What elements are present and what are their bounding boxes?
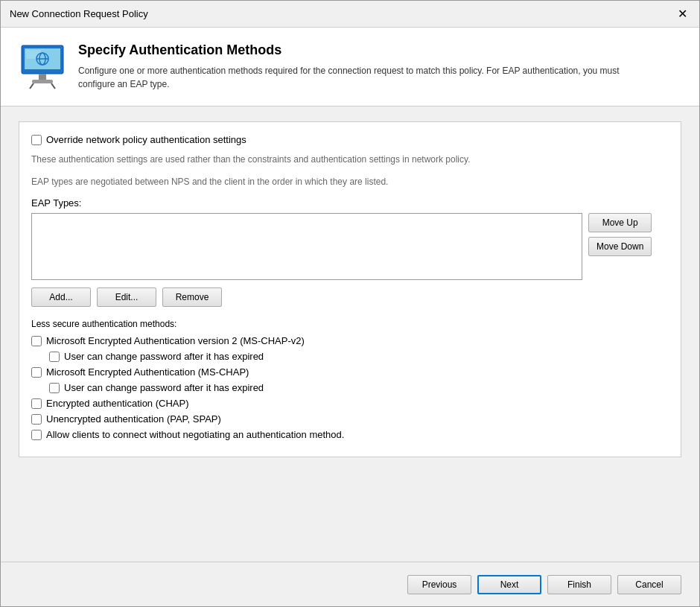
auth-checkbox-2[interactable] <box>31 367 42 378</box>
title-bar: New Connection Request Policy ✕ <box>1 1 699 28</box>
move-up-button[interactable]: Move Up <box>588 213 652 232</box>
window-title: New Connection Request Policy <box>10 8 148 19</box>
override-checkbox[interactable] <box>31 135 42 145</box>
svg-line-6 <box>51 83 55 89</box>
auth-checkbox-row-4: Encrypted authentication (CHAP) <box>31 398 669 409</box>
override-checkbox-label[interactable]: Override network policy authentication s… <box>46 134 246 145</box>
cancel-button[interactable]: Cancel <box>617 575 681 594</box>
auth-checkbox-1[interactable] <box>49 352 60 362</box>
next-button[interactable]: Next <box>477 575 541 594</box>
eap-area: Move Up Move Down <box>31 213 669 280</box>
move-down-button[interactable]: Move Down <box>588 237 652 256</box>
finish-button[interactable]: Finish <box>547 575 611 594</box>
eap-listbox[interactable] <box>31 213 582 280</box>
header-section: Specify Authentication Methods Configure… <box>1 28 699 107</box>
auth-checkbox-3[interactable] <box>49 383 60 393</box>
auth-checkbox-label-3[interactable]: User can change password after it has ex… <box>64 382 264 393</box>
auth-checkbox-label-5[interactable]: Unencrypted authentication (PAP, SPAP) <box>46 413 221 425</box>
auth-checkbox-6[interactable] <box>31 430 42 440</box>
auth-checkbox-label-2[interactable]: Microsoft Encrypted Authentication (MS-C… <box>46 366 249 378</box>
remove-button[interactable]: Remove <box>162 287 222 307</box>
auth-checkbox-row-3: User can change password after it has ex… <box>49 382 669 393</box>
auth-checkbox-row-6: Allow clients to connect without negotia… <box>31 429 669 440</box>
main-content: Override network policy authentication s… <box>1 107 699 562</box>
previous-button[interactable]: Previous <box>407 575 471 594</box>
auth-checkbox-row-1: User can change password after it has ex… <box>49 351 669 362</box>
auth-checkboxes-container: Microsoft Encrypted Authentication versi… <box>31 335 669 440</box>
footer: Previous Next Finish Cancel <box>1 562 699 606</box>
auth-checkbox-label-1[interactable]: User can change password after it has ex… <box>64 351 264 362</box>
edit-button[interactable]: Edit... <box>97 287 156 307</box>
auth-checkbox-label-0[interactable]: Microsoft Encrypted Authentication versi… <box>46 335 305 346</box>
auth-checkbox-row-5: Unencrypted authentication (PAP, SPAP) <box>31 413 669 425</box>
header-icon <box>19 42 66 90</box>
description-text-1: These authentication settings are used r… <box>31 153 669 166</box>
auth-checkbox-row-0: Microsoft Encrypted Authentication versi… <box>31 335 669 346</box>
header-text: Specify Authentication Methods Configure… <box>78 42 637 91</box>
svg-line-5 <box>30 83 34 89</box>
settings-section: Override network policy authentication s… <box>19 121 681 457</box>
eap-types-label: EAP Types: <box>31 197 669 209</box>
close-button[interactable]: ✕ <box>674 6 690 22</box>
page-description: Configure one or more authentication met… <box>78 64 637 91</box>
override-checkbox-row: Override network policy authentication s… <box>31 134 669 145</box>
auth-checkbox-row-2: Microsoft Encrypted Authentication (MS-C… <box>31 366 669 378</box>
auth-checkbox-label-6[interactable]: Allow clients to connect without negotia… <box>46 429 344 440</box>
add-edit-remove-row: Add... Edit... Remove <box>31 287 669 307</box>
dialog-window: New Connection Request Policy ✕ <box>0 0 700 607</box>
auth-checkbox-5[interactable] <box>31 414 42 425</box>
auth-checkbox-4[interactable] <box>31 398 42 409</box>
eap-move-buttons: Move Up Move Down <box>588 213 652 256</box>
add-button[interactable]: Add... <box>31 287 91 307</box>
description-text-2: EAP types are negotiated between NPS and… <box>31 175 669 188</box>
less-secure-label: Less secure authentication methods: <box>31 319 669 329</box>
auth-checkbox-label-4[interactable]: Encrypted authentication (CHAP) <box>46 398 188 409</box>
svg-rect-3 <box>39 74 46 80</box>
page-title: Specify Authentication Methods <box>78 42 637 58</box>
auth-checkbox-0[interactable] <box>31 336 42 346</box>
svg-rect-4 <box>32 80 53 83</box>
